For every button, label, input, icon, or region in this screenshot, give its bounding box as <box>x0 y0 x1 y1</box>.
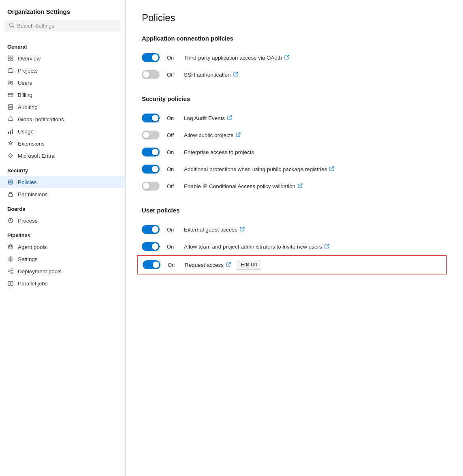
toggle-label-log-audit: On <box>167 115 177 121</box>
toggle-thumb-oauth <box>152 54 158 61</box>
policy-row-log-audit: OnLog Audit Events <box>142 109 447 127</box>
svg-line-1 <box>13 26 15 28</box>
sidebar-item-global-notifications[interactable]: Global notifications <box>0 113 125 125</box>
toggle-guest-access[interactable] <box>142 225 160 234</box>
toggle-log-audit[interactable] <box>142 114 160 122</box>
sidebar-item-label-parallel-jobs: Parallel jobs <box>18 281 48 287</box>
toggle-track-log-audit[interactable] <box>142 114 160 122</box>
svg-rect-15 <box>12 129 13 134</box>
policy-row-enterprise-access: OnEnterprise access to projects <box>142 144 447 161</box>
toggle-track-guest-access[interactable] <box>142 225 160 234</box>
link-icon-package-registries[interactable] <box>329 166 334 172</box>
sidebar-item-label-usage: Usage <box>18 129 34 135</box>
toggle-thumb-public-projects <box>143 132 149 138</box>
toggle-thumb-guest-access <box>152 226 158 233</box>
sidebar-item-label-permissions: Permissions <box>18 191 48 197</box>
toggle-track-ssh[interactable] <box>142 70 160 79</box>
sidebar-item-microsoft-entra[interactable]: Microsoft Entra <box>0 150 125 162</box>
link-icon-ip-conditional[interactable] <box>298 183 303 189</box>
policy-text-package-registries: Additional protections when using public… <box>184 166 334 172</box>
section-header-boards: Boards <box>0 200 125 214</box>
svg-rect-23 <box>8 270 10 272</box>
sidebar-item-settings[interactable]: Settings <box>0 253 125 265</box>
policy-section-app-connection: Application connection policiesOnThird-p… <box>142 35 447 83</box>
policy-row-oauth: OnThird-party application access via OAu… <box>142 49 447 66</box>
policy-section-title-user: User policies <box>142 207 447 214</box>
audit-icon <box>7 104 14 110</box>
search-box[interactable] <box>5 20 120 32</box>
link-icon-invite-users[interactable] <box>324 244 329 250</box>
policy-row-ip-conditional: OffEnable IP Conditional Access policy v… <box>142 178 447 195</box>
link-icon-guest-access[interactable] <box>240 227 245 233</box>
policy-row-invite-users: OnAllow team and project administrators … <box>142 238 447 255</box>
sidebar-sections: GeneralOverviewProjectsUsersBillingAudit… <box>0 38 125 289</box>
toggle-track-package-registries[interactable] <box>142 165 160 174</box>
extensions-icon <box>7 140 14 147</box>
toggle-thumb-package-registries <box>152 166 158 172</box>
toggle-track-invite-users[interactable] <box>142 242 160 251</box>
policy-section-title-security: Security policies <box>142 95 447 102</box>
sidebar-item-usage[interactable]: Usage <box>0 125 125 137</box>
svg-rect-2 <box>8 56 10 58</box>
toggle-ssh[interactable] <box>142 70 160 79</box>
policy-text-invite-users: Allow team and project administrators to… <box>184 244 329 250</box>
svg-rect-4 <box>8 59 10 61</box>
sidebar-item-label-overview: Overview <box>18 56 41 62</box>
link-icon-ssh[interactable] <box>233 72 238 78</box>
link-icon-log-audit[interactable] <box>227 115 232 121</box>
toggle-label-ip-conditional: Off <box>167 183 177 189</box>
toggle-enterprise-access[interactable] <box>142 148 160 157</box>
sidebar-item-process[interactable]: Process <box>0 214 125 227</box>
link-icon-oauth[interactable] <box>284 55 289 61</box>
toggle-label-oauth: On <box>167 55 177 61</box>
sidebar-item-label-deployment-pools: Deployment pools <box>18 268 62 274</box>
policy-row-request-access: OnRequest accessEdit Url <box>137 255 447 274</box>
sidebar-item-users[interactable]: Users <box>0 77 125 89</box>
sidebar-item-extensions[interactable]: Extensions <box>0 137 125 150</box>
toggle-label-ssh: Off <box>167 72 177 78</box>
svg-rect-24 <box>11 269 13 270</box>
section-header-general: General <box>0 38 125 52</box>
toggle-label-public-projects: Off <box>167 132 177 138</box>
toggle-track-enterprise-access[interactable] <box>142 148 160 157</box>
toggle-request-access[interactable] <box>143 260 160 269</box>
lock-icon <box>7 191 14 197</box>
toggle-ip-conditional[interactable] <box>142 182 160 191</box>
toggle-track-request-access[interactable] <box>143 260 160 269</box>
toggle-track-ip-conditional[interactable] <box>142 182 160 191</box>
sidebar-item-permissions[interactable]: Permissions <box>0 188 125 200</box>
toggle-invite-users[interactable] <box>142 242 160 251</box>
svg-rect-3 <box>11 56 13 58</box>
policy-text-guest-access: External guest access <box>184 227 245 233</box>
sidebar-item-policies[interactable]: Policies <box>0 176 125 188</box>
link-icon-public-projects[interactable] <box>236 132 241 138</box>
sidebar-item-auditing[interactable]: Auditing <box>0 101 125 113</box>
sidebar-item-deployment-pools[interactable]: Deployment pools <box>0 265 125 277</box>
toggle-thumb-log-audit <box>152 115 158 121</box>
toggle-track-public-projects[interactable] <box>142 131 160 139</box>
policy-row-public-projects: OffAllow public projects <box>142 127 447 144</box>
toggle-public-projects[interactable] <box>142 131 160 139</box>
sidebar-item-label-auditing: Auditing <box>18 104 38 110</box>
sidebar-item-parallel-jobs[interactable]: Parallel jobs <box>0 277 125 289</box>
users-icon <box>7 79 14 86</box>
edit-url-button-request-access[interactable]: Edit Url <box>237 260 261 270</box>
svg-rect-25 <box>11 272 13 274</box>
svg-rect-18 <box>9 194 13 197</box>
toggle-track-oauth[interactable] <box>142 53 160 62</box>
search-input[interactable] <box>17 23 116 29</box>
toggle-oauth[interactable] <box>142 53 160 62</box>
link-icon-request-access[interactable] <box>226 262 231 268</box>
sidebar-item-agent-pools[interactable]: Agent pools <box>0 241 125 253</box>
toggle-package-registries[interactable] <box>142 165 160 174</box>
svg-rect-10 <box>9 105 13 109</box>
agent-icon <box>7 244 14 250</box>
policy-icon <box>7 179 14 185</box>
policy-row-package-registries: OnAdditional protections when using publ… <box>142 161 447 178</box>
sidebar-item-label-settings: Settings <box>18 256 38 262</box>
sidebar-item-projects[interactable]: Projects <box>0 64 125 77</box>
parallel-icon <box>7 280 14 287</box>
sidebar-item-billing[interactable]: Billing <box>0 89 125 101</box>
sidebar-item-overview[interactable]: Overview <box>0 52 125 64</box>
svg-rect-27 <box>11 281 13 285</box>
